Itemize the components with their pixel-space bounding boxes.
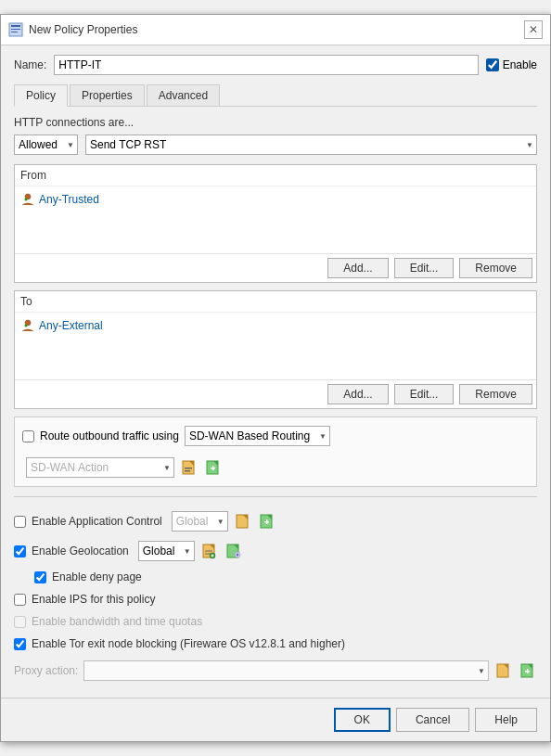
- window-icon: [8, 22, 23, 37]
- deny-page-checkbox[interactable]: [34, 571, 46, 583]
- enable-label: Enable: [503, 58, 537, 71]
- geolocation-row: Enable Geolocation Global: [14, 538, 537, 564]
- tab-properties[interactable]: Properties: [70, 84, 145, 106]
- proxy-new-icon[interactable]: [519, 661, 537, 680]
- to-remove-button[interactable]: Remove: [459, 384, 532, 404]
- deny-page-row: Enable deny page: [14, 568, 537, 586]
- to-item-text: Any-External: [39, 319, 103, 332]
- send-tcp-dropdown-wrapper[interactable]: Send TCP RST: [85, 135, 537, 155]
- geolocation-checkbox[interactable]: [14, 545, 26, 557]
- svg-point-7: [25, 325, 28, 327]
- app-control-row: Enable Application Control Global: [14, 508, 537, 534]
- options-section: Enable Application Control Global: [14, 505, 537, 688]
- tab-policy[interactable]: Policy: [14, 84, 68, 107]
- bandwidth-label: Enable bandwidth and time quotas: [32, 615, 202, 628]
- bottom-bar: OK Cancel Help: [1, 698, 550, 741]
- tab-bar: Policy Properties Advanced: [14, 84, 537, 107]
- app-control-checkbox[interactable]: [14, 516, 26, 528]
- routing-label: Route outbound traffic using: [40, 429, 179, 442]
- name-input[interactable]: [54, 55, 478, 75]
- from-group: From Any-Trusted Add... Edit... Re: [14, 164, 537, 283]
- proxy-dropdown[interactable]: [83, 660, 489, 681]
- proxy-action-row: Proxy action:: [14, 657, 537, 685]
- ips-row: Enable IPS for this policy: [14, 590, 537, 609]
- to-btn-row: Add... Edit... Remove: [15, 379, 536, 408]
- close-button[interactable]: ✕: [524, 20, 543, 39]
- sdwan-action-dropdown-wrapper[interactable]: SD-WAN Action: [26, 457, 174, 478]
- geolocation-label: Enable Geolocation: [32, 545, 129, 557]
- sdwan-new-icon[interactable]: [204, 458, 223, 477]
- main-content: Name: Enable Policy Properties Advanced …: [1, 45, 550, 698]
- svg-rect-10: [185, 470, 190, 472]
- sdwan-action-row: SD-WAN Action: [22, 455, 529, 481]
- ok-button[interactable]: OK: [334, 708, 391, 732]
- to-label: To: [15, 291, 536, 313]
- geolocation-new-icon[interactable]: [224, 542, 243, 560]
- routing-checkbox[interactable]: [22, 430, 34, 442]
- geolocation-dropdown-wrapper[interactable]: Global: [138, 541, 195, 561]
- from-label: From: [15, 165, 536, 186]
- from-remove-button[interactable]: Remove: [459, 258, 532, 278]
- tor-row: Enable Tor exit node blocking (Fireware …: [14, 634, 537, 653]
- sdwan-dropdown-wrapper[interactable]: SD-WAN Based Routing: [185, 426, 330, 446]
- svg-rect-31: [527, 669, 529, 673]
- svg-rect-2: [11, 29, 20, 30]
- enable-checkbox[interactable]: [486, 58, 499, 71]
- ips-checkbox[interactable]: [14, 594, 26, 606]
- svg-rect-17: [266, 519, 268, 524]
- title-bar: New Policy Properties ✕: [1, 15, 550, 45]
- divider: [14, 496, 537, 497]
- ips-label: Enable IPS for this policy: [32, 593, 155, 606]
- svg-rect-13: [212, 466, 214, 470]
- deny-page-label: Enable deny page: [52, 570, 142, 583]
- http-dropdown[interactable]: Allowed Denied Blocked: [14, 135, 78, 155]
- app-control-label: Enable Application Control: [32, 515, 162, 528]
- http-label: HTTP connections are...: [14, 116, 537, 129]
- svg-rect-3: [11, 32, 18, 32]
- app-control-edit-icon[interactable]: [234, 512, 252, 531]
- from-item[interactable]: Any-Trusted: [19, 190, 532, 209]
- name-row: Name: Enable: [14, 55, 537, 75]
- routing-row: Route outbound traffic using SD-WAN Base…: [22, 423, 529, 449]
- window-title: New Policy Properties: [29, 23, 519, 36]
- proxy-label: Proxy action:: [14, 664, 78, 677]
- http-dropdown-row: Allowed Denied Blocked Send TCP RST: [14, 135, 537, 155]
- svg-rect-1: [11, 25, 20, 27]
- svg-point-5: [25, 199, 28, 201]
- app-control-dropdown-wrapper[interactable]: Global: [172, 511, 228, 532]
- cancel-button[interactable]: Cancel: [396, 708, 469, 732]
- send-tcp-dropdown[interactable]: Send TCP RST: [85, 135, 537, 155]
- sdwan-dropdown[interactable]: SD-WAN Based Routing: [185, 426, 330, 446]
- to-group: To Any-External Add... Edit... Rem: [14, 290, 537, 409]
- to-edit-button[interactable]: Edit...: [394, 384, 455, 404]
- tor-label: Enable Tor exit node blocking (Fireware …: [32, 637, 345, 650]
- help-button[interactable]: Help: [475, 708, 537, 732]
- app-control-dropdown[interactable]: Global: [172, 511, 228, 532]
- app-control-new-icon[interactable]: [258, 512, 276, 531]
- name-label: Name:: [14, 58, 46, 71]
- routing-section: Route outbound traffic using SD-WAN Base…: [14, 416, 537, 487]
- from-item-icon: [20, 192, 35, 207]
- proxy-edit-icon[interactable]: [494, 661, 513, 680]
- to-item[interactable]: Any-External: [19, 316, 532, 335]
- from-item-text: Any-Trusted: [39, 193, 99, 206]
- from-edit-button[interactable]: Edit...: [394, 258, 455, 278]
- sdwan-edit-icon[interactable]: [180, 458, 199, 477]
- main-window: New Policy Properties ✕ Name: Enable Pol…: [0, 14, 551, 742]
- enable-checkbox-row: Enable: [486, 58, 537, 71]
- geolocation-dropdown[interactable]: Global: [138, 541, 195, 561]
- sdwan-action-dropdown[interactable]: SD-WAN Action: [26, 457, 174, 478]
- bandwidth-row: Enable bandwidth and time quotas: [14, 612, 537, 631]
- tab-advanced[interactable]: Advanced: [147, 84, 220, 106]
- from-add-button[interactable]: Add...: [327, 258, 388, 278]
- svg-rect-9: [185, 468, 192, 469]
- tor-checkbox[interactable]: [14, 638, 26, 650]
- to-list: Any-External: [15, 313, 536, 379]
- bandwidth-checkbox[interactable]: [14, 616, 26, 628]
- from-list: Any-Trusted: [15, 186, 536, 253]
- to-add-button[interactable]: Add...: [327, 384, 388, 404]
- http-dropdown-wrapper[interactable]: Allowed Denied Blocked: [14, 135, 78, 155]
- geolocation-edit-icon[interactable]: [200, 542, 219, 560]
- from-btn-row: Add... Edit... Remove: [15, 253, 536, 282]
- proxy-dropdown-wrapper[interactable]: [83, 660, 489, 681]
